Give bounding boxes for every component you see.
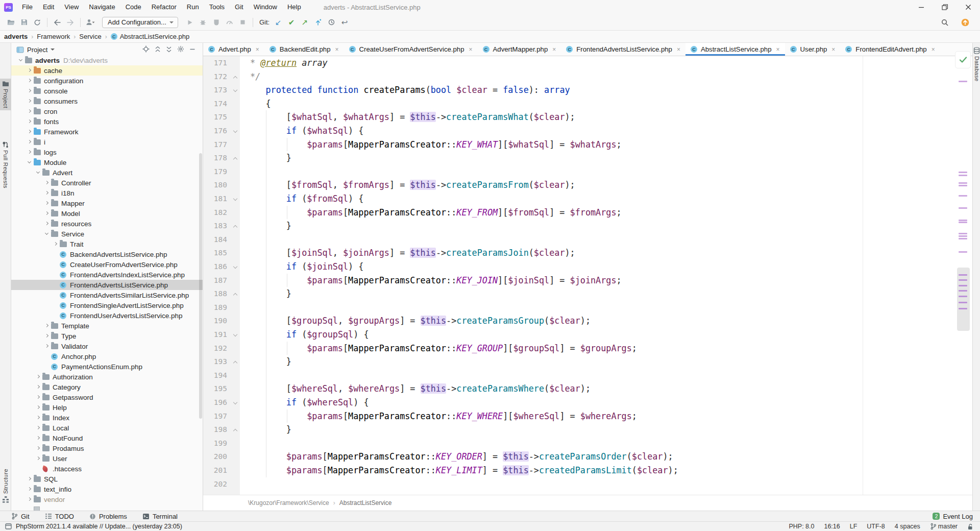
tree-item-model[interactable]: Model: [11, 208, 203, 219]
breadcrumb-item[interactable]: adverts: [4, 33, 28, 40]
tree-item-validator[interactable]: Validator: [11, 341, 203, 351]
tab-abstractlistservice[interactable]: CAbstractListService.php×: [685, 43, 785, 56]
fold-marker-icon[interactable]: [233, 196, 239, 202]
chevron-right-icon[interactable]: [35, 404, 42, 412]
code-line[interactable]: 195 [$whereSql, $whereArgs] = $this->cre…: [203, 382, 972, 396]
editor-breadcrumb-namespace[interactable]: \Krugozor\Framework\Service: [248, 499, 329, 506]
code-line[interactable]: 174 {: [203, 97, 972, 111]
git-push-icon[interactable]: ↗: [298, 16, 311, 29]
code-line[interactable]: 189: [203, 301, 972, 315]
run-icon[interactable]: [183, 16, 197, 29]
chevron-right-icon[interactable]: [26, 128, 34, 136]
close-tab-icon[interactable]: ×: [469, 46, 472, 53]
menu-item-window[interactable]: Window: [249, 0, 282, 14]
code-line[interactable]: 198 }: [203, 423, 972, 437]
chevron-right-icon[interactable]: [35, 445, 42, 452]
tree-item-logs[interactable]: logs: [11, 147, 203, 157]
tab-advert[interactable]: CAdvert.php×: [203, 43, 264, 56]
close-tab-icon[interactable]: ×: [552, 46, 556, 53]
chevron-right-icon[interactable]: [26, 67, 34, 75]
breadcrumb-item[interactable]: Framework: [37, 33, 70, 40]
status-16[interactable]: 16:16: [824, 523, 840, 530]
code-line[interactable]: 183 }: [203, 219, 972, 233]
code-line[interactable]: 194: [203, 369, 972, 382]
git-branch-widget[interactable]: master: [930, 523, 958, 530]
tree-item-cache[interactable]: cache: [11, 65, 203, 76]
minimize-button[interactable]: [910, 0, 933, 14]
close-button[interactable]: [957, 0, 980, 14]
fold-marker-icon[interactable]: [233, 359, 239, 365]
tree-item-frontendadvertssimilarlistservice-php[interactable]: CFrontendAdvertsSimilarListService.php: [11, 290, 203, 300]
update-available-icon[interactable]: [959, 16, 972, 29]
git-commit-icon[interactable]: ✔: [285, 16, 298, 29]
chevron-right-icon[interactable]: [26, 108, 34, 115]
collapse-all-icon[interactable]: [166, 46, 172, 53]
project-tree-scrollbar[interactable]: [199, 153, 202, 419]
search-everywhere-icon[interactable]: [938, 16, 951, 29]
tree-item-index[interactable]: Index: [11, 413, 203, 423]
save-icon[interactable]: [17, 16, 31, 29]
breadcrumb-item[interactable]: Service: [79, 33, 101, 40]
editor-scrollbar[interactable]: [957, 268, 970, 331]
tree-item-i18n[interactable]: i18n: [11, 188, 203, 198]
tree-item-type[interactable]: Type: [11, 331, 203, 341]
chevron-right-icon[interactable]: [35, 394, 42, 401]
tree-item-template[interactable]: Template: [11, 321, 203, 331]
tree-item-getpassword[interactable]: Getpassword: [11, 392, 203, 402]
chevron-right-icon[interactable]: [26, 496, 34, 503]
status-message[interactable]: PhpStorm 2021.1.4 available // Update...…: [5, 523, 182, 530]
event-log-button[interactable]: 2 Event Log: [933, 513, 973, 520]
code-line[interactable]: 172 */: [203, 70, 972, 84]
sidebar-item-project[interactable]: Project: [0, 79, 11, 110]
code-line[interactable]: 175 [$whatSql, $whatArgs] = $this->creat…: [203, 110, 972, 124]
code-line[interactable]: 173 protected function createParams(bool…: [203, 83, 972, 97]
chevron-right-icon[interactable]: [43, 343, 51, 350]
sidebar-item-database[interactable]: Database: [973, 47, 980, 82]
tree-item-category[interactable]: Category: [11, 382, 203, 392]
chevron-right-icon[interactable]: [26, 98, 34, 105]
sidebar-item-structure[interactable]: Structure: [0, 467, 11, 505]
history-icon[interactable]: [325, 16, 338, 29]
close-tab-icon[interactable]: ×: [932, 46, 935, 53]
user-account-icon[interactable]: [84, 16, 97, 29]
fold-marker-icon[interactable]: [233, 223, 239, 229]
inspections-status-widget[interactable]: [955, 51, 971, 68]
tab-user[interactable]: CUser.php×: [785, 43, 841, 56]
chevron-right-icon[interactable]: [35, 424, 42, 432]
tree-item-consumers[interactable]: consumers: [11, 96, 203, 106]
code-line[interactable]: 196 if ($whereSql) {: [203, 396, 972, 409]
chevron-right-icon[interactable]: [35, 455, 42, 463]
tree-item-controller[interactable]: Controller: [11, 178, 203, 188]
menu-item-edit[interactable]: Edit: [38, 0, 59, 14]
git-cherry-pick-icon[interactable]: [311, 16, 325, 29]
run-configuration-select[interactable]: Add Configuration...: [102, 17, 178, 28]
chevron-right-icon[interactable]: [26, 475, 34, 483]
tree-item-advert[interactable]: Advert: [11, 167, 203, 178]
tree-item-service[interactable]: Service: [11, 229, 203, 239]
rollback-icon[interactable]: ↩: [338, 16, 351, 29]
tree-item-console[interactable]: console: [11, 86, 203, 96]
code-line[interactable]: 200 $params[MapperParamsCreator::KEY_ORD…: [203, 450, 972, 464]
editor-breadcrumb-class[interactable]: AbstractListService: [339, 499, 392, 506]
tree-item-anchor-php[interactable]: CAnchor.php: [11, 351, 203, 361]
toolwindow-button-problems[interactable]: Problems: [89, 513, 127, 520]
tree-item-user[interactable]: User: [11, 453, 203, 464]
menu-item-view[interactable]: View: [59, 0, 84, 14]
chevron-right-icon[interactable]: [35, 414, 42, 422]
forward-icon[interactable]: [64, 16, 77, 29]
chevron-down-icon[interactable]: [26, 159, 34, 166]
chevron-right-icon[interactable]: [43, 179, 51, 187]
menu-item-run[interactable]: Run: [182, 0, 204, 14]
status-utf-8[interactable]: UTF-8: [867, 523, 885, 530]
tree-item-resources[interactable]: resources: [11, 219, 203, 229]
tab-createuserfromadvertservice[interactable]: CCreateUserFromAdvertService.php×: [344, 43, 478, 56]
chevron-right-icon[interactable]: [26, 149, 34, 156]
code-line[interactable]: 191 if ($groupSql) {: [203, 328, 972, 342]
tree-item-local[interactable]: Local: [11, 423, 203, 433]
toolwindow-button-todo[interactable]: TODO: [45, 513, 74, 520]
restore-button[interactable]: [933, 0, 957, 14]
close-tab-icon[interactable]: ×: [256, 46, 259, 53]
chevron-right-icon[interactable]: [52, 240, 60, 248]
code-editor[interactable]: 171 * @return array172 */173 protected f…: [203, 56, 972, 495]
profiler-icon[interactable]: [223, 16, 236, 29]
